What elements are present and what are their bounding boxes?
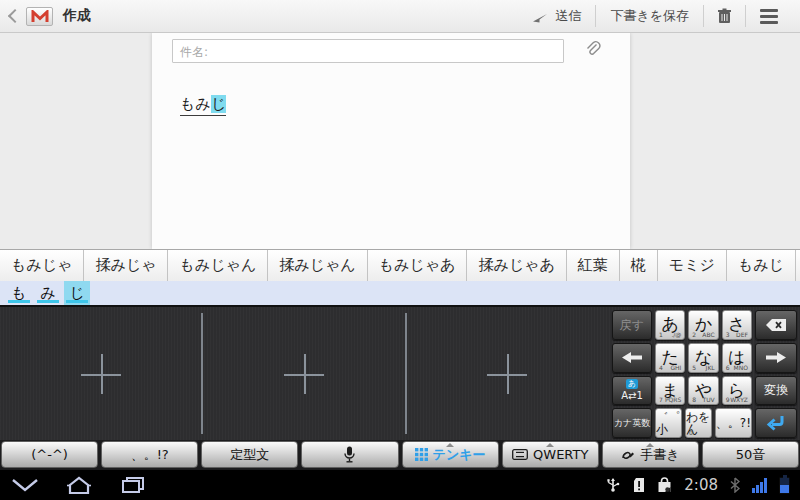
caret-up-icon [646, 443, 654, 447]
send-button[interactable]: 送信 [518, 0, 595, 32]
action-bar: 作成 送信 下書きを保存 [0, 0, 800, 33]
menu-icon [760, 9, 778, 24]
nav-buttons [10, 474, 148, 496]
candidate-bar: もみじゃ 揉みじゃ もみじゃん 揉みじゃん もみじゃあ 揉みじゃあ 紅葉 椛 モ… [0, 249, 800, 281]
candidate-item[interactable]: 揉みじゃあ [467, 250, 566, 281]
qwerty-layout-button[interactable]: QWERTY [502, 441, 599, 468]
wa-key[interactable]: わをん 0 [685, 408, 712, 438]
back-chevron-icon[interactable] [8, 9, 22, 23]
kana-eisu-key[interactable]: カナ英数 [612, 408, 652, 438]
henkan-key[interactable]: 変換 [755, 376, 797, 406]
overflow-menu-button[interactable] [746, 0, 792, 32]
punctuation-button[interactable]: 、。!? [101, 441, 198, 468]
save-draft-label: 下書きを保存 [610, 7, 689, 25]
voice-input-button[interactable] [301, 441, 398, 468]
handwriting-panel[interactable] [407, 309, 608, 438]
mode-icon: あ A⇄1 [621, 379, 643, 401]
composition-committed: もみ [180, 95, 211, 113]
ime-toolbar: (^-^) 、。!? 定型文 テンキー [0, 440, 800, 470]
battery-icon [779, 477, 790, 494]
undo-key[interactable]: 戻す [612, 310, 652, 340]
home-icon [67, 476, 91, 494]
bluetooth-icon [730, 477, 740, 493]
trash-icon [718, 8, 731, 24]
cursor-left-key[interactable] [612, 343, 652, 373]
delete-button[interactable] [704, 0, 745, 32]
candidate-item[interactable]: 紅葉 [567, 250, 620, 281]
save-draft-button[interactable]: 下書きを保存 [596, 0, 703, 32]
status-area: 2:08 [605, 476, 790, 494]
tenkey-layout-button[interactable]: テンキー [402, 441, 499, 468]
handwriting-zone[interactable] [0, 307, 608, 440]
ime-keyboard: 戻す あ 1./@ か 2ABC さ 3DEF [0, 307, 800, 440]
candidate-item[interactable]: もみじゃあ [368, 250, 468, 281]
pending-char[interactable]: も [6, 281, 32, 305]
backspace-key[interactable] [755, 310, 797, 340]
action-bar-actions: 送信 下書きを保存 [518, 0, 792, 32]
gmail-icon[interactable] [26, 7, 53, 26]
kana-key-ha[interactable]: は 6MNO [722, 343, 752, 373]
home-button[interactable] [64, 474, 94, 496]
candidate-item[interactable]: 揉みじゃん [268, 250, 367, 281]
handwriting-cross-icon [487, 354, 527, 394]
keyboard-icon [512, 449, 528, 460]
arrow-left-icon [621, 351, 643, 364]
handwriting-cross-icon [284, 354, 324, 394]
dakuten-key[interactable]: ゛゜小 [655, 408, 682, 438]
kana-key-ya[interactable]: や 8TUV [688, 376, 718, 406]
candidate-item[interactable]: もみじ [727, 250, 796, 281]
punctuation-key[interactable]: 、。?! [715, 408, 752, 438]
candidate-item[interactable]: もみじゃん [168, 250, 268, 281]
kana-key-sa[interactable]: さ 3DEF [722, 310, 752, 340]
screen: 作成 送信 下書きを保存 [0, 0, 800, 500]
emoticon-button[interactable]: (^-^) [1, 441, 98, 468]
enter-key[interactable] [755, 408, 797, 438]
kana-key-na[interactable]: な 5JKL [688, 343, 718, 373]
usb-icon[interactable] [605, 477, 621, 493]
hide-keyboard-button[interactable] [10, 474, 40, 496]
caret-up-icon [546, 443, 554, 447]
tenkey-pad: 戻す あ 1./@ か 2ABC さ 3DEF [608, 307, 800, 440]
handwriting-cross-icon [81, 354, 121, 394]
message-body-composition[interactable]: もみじ [180, 95, 226, 116]
subject-field[interactable]: 件名: [172, 39, 564, 63]
compose-card: 件名: もみじ [152, 33, 630, 249]
kana-key-ra[interactable]: ら 9WXYZ [722, 376, 752, 406]
candidate-item[interactable]: 椛 [620, 250, 658, 281]
arrow-right-icon [765, 351, 787, 364]
recents-button[interactable] [118, 474, 148, 496]
kana-key-ma[interactable]: ま 7PQRS [655, 376, 685, 406]
candidate-item[interactable]: 揉みじゃ [84, 250, 168, 281]
template-phrases-button[interactable]: 定型文 [201, 441, 298, 468]
storage-bag-icon[interactable] [657, 477, 672, 493]
backspace-icon [765, 318, 787, 332]
send-icon [532, 10, 548, 23]
kana-key-a[interactable]: あ 1./@ [655, 310, 685, 340]
composition-row: も み じ [0, 281, 800, 307]
clock[interactable]: 2:08 [684, 476, 718, 494]
system-bar: 2:08 [0, 470, 800, 500]
input-mode-key[interactable]: あ A⇄1 [612, 376, 652, 406]
enter-icon [766, 415, 786, 431]
pending-char-active[interactable]: じ [64, 281, 90, 305]
attachment-paperclip-icon[interactable] [584, 39, 602, 61]
sdcard-warning-icon[interactable] [633, 477, 645, 493]
candidate-item[interactable]: もみじゃ [0, 250, 84, 281]
candidate-item[interactable]: モミジ [658, 250, 727, 281]
recents-icon [121, 476, 145, 494]
kana-key-ka[interactable]: か 2ABC [688, 310, 718, 340]
handwriting-pen-icon [621, 448, 635, 462]
gojuon-layout-button[interactable]: 50音 [702, 441, 799, 468]
signal-bars-icon [752, 478, 767, 493]
handwriting-button[interactable]: 手書き [602, 441, 699, 468]
cursor-right-key[interactable] [755, 343, 797, 373]
send-label: 送信 [555, 7, 581, 25]
candidate-item[interactable]: ﾓﾐｼﾞ [796, 250, 800, 281]
kana-key-ta[interactable]: た 4GHI [655, 343, 685, 373]
microphone-icon [344, 446, 355, 463]
caret-up-icon [446, 443, 454, 447]
handwriting-panel[interactable] [203, 309, 404, 438]
composition-active-char: じ [211, 95, 226, 113]
pending-char[interactable]: み [35, 281, 61, 305]
handwriting-panel[interactable] [0, 309, 201, 438]
